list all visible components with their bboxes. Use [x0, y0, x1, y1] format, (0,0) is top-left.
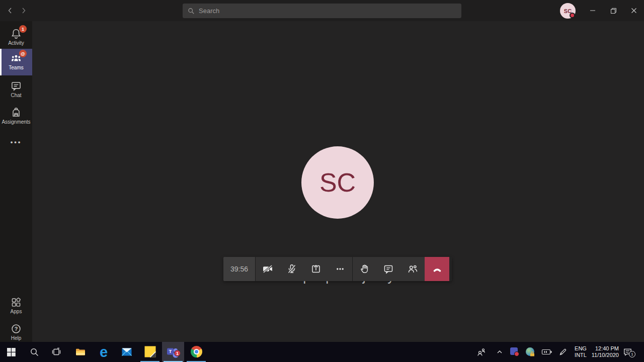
backpack-icon [10, 106, 23, 119]
tray-expand-chevron-icon[interactable] [491, 342, 508, 362]
activity-badge: 1 [19, 25, 27, 33]
file-explorer-icon[interactable] [69, 342, 92, 362]
bell-icon: 1 [10, 27, 23, 40]
svg-text:T: T [169, 348, 172, 354]
teams-icon: @ [10, 52, 23, 65]
teams-at-badge: @ [19, 50, 27, 57]
hang-up-icon [434, 269, 440, 271]
notification-count-badge: 1 [629, 351, 635, 357]
task-view-icon[interactable] [45, 342, 67, 362]
raise-hand-button[interactable] [352, 257, 376, 281]
taskbar-search-icon[interactable] [23, 342, 45, 362]
hang-up-button[interactable] [425, 257, 449, 281]
taskbar-date: 11/10/2020 [590, 352, 619, 358]
taskbar-time: 12:40 PM [590, 345, 619, 352]
windows-ink-pen-icon[interactable] [555, 342, 571, 362]
sidebar-item-assignments[interactable]: Assignments [0, 103, 32, 130]
people-tray-icon[interactable] [472, 342, 490, 362]
sidebar-item-apps[interactable]: Apps [0, 293, 32, 319]
security-globe-icon[interactable] [526, 347, 536, 357]
more-options-button[interactable] [328, 257, 352, 281]
search-input[interactable] [199, 7, 456, 15]
search-icon [188, 8, 195, 15]
rail-more-icon[interactable]: ••• [0, 133, 32, 151]
svg-text:?: ? [15, 326, 18, 332]
meeting-stage: SC Invite people to join you 39:56 [32, 21, 644, 342]
sidebar-item-teams[interactable]: @ Teams [0, 49, 32, 75]
participant-avatar: SC [301, 146, 374, 219]
help-icon: ? [10, 322, 23, 335]
mic-off-button[interactable] [280, 257, 304, 281]
restore-button[interactable] [602, 0, 624, 21]
windows-taskbar: e T 1 ENG INTL [0, 342, 644, 362]
chrome-icon[interactable] [185, 342, 207, 362]
search-bar[interactable] [183, 4, 461, 18]
teams-taskbar-icon[interactable]: T 1 [162, 342, 184, 362]
sidebar-item-chat[interactable]: Chat [0, 76, 32, 103]
presence-busy-dot [570, 13, 575, 18]
chat-icon [10, 79, 23, 93]
teams-notification-badge: 1 [174, 350, 181, 356]
meeting-chat-button[interactable] [376, 257, 400, 281]
start-button[interactable] [0, 342, 22, 362]
close-button[interactable] [623, 0, 644, 21]
back-icon[interactable] [3, 4, 17, 18]
forward-icon[interactable] [17, 4, 31, 18]
apps-grid-icon [10, 296, 23, 309]
minimize-button[interactable] [582, 0, 604, 21]
participants-button[interactable] [400, 257, 425, 281]
share-screen-button[interactable] [304, 257, 328, 281]
call-control-bar: 39:56 [223, 257, 452, 281]
call-timer: 39:56 [223, 257, 256, 281]
title-bar: SC [0, 0, 644, 21]
camera-off-button[interactable] [256, 257, 280, 281]
mail-icon[interactable] [116, 342, 138, 362]
battery-icon[interactable] [538, 342, 555, 362]
app-rail: 1 Activity @ Teams Chat Assignments ••• … [0, 21, 32, 342]
action-center-icon[interactable]: 1 [623, 347, 636, 358]
edge-icon[interactable]: e [93, 342, 115, 362]
language-indicator[interactable]: ENG INTL [573, 345, 589, 358]
sidebar-item-activity[interactable]: 1 Activity [0, 24, 32, 51]
participant-initials: SC [319, 167, 356, 198]
sticky-notes-icon[interactable] [139, 342, 161, 362]
teams-tray-icon[interactable] [510, 347, 519, 356]
taskbar-clock[interactable]: 12:40 PM 11/10/2020 [590, 345, 619, 358]
